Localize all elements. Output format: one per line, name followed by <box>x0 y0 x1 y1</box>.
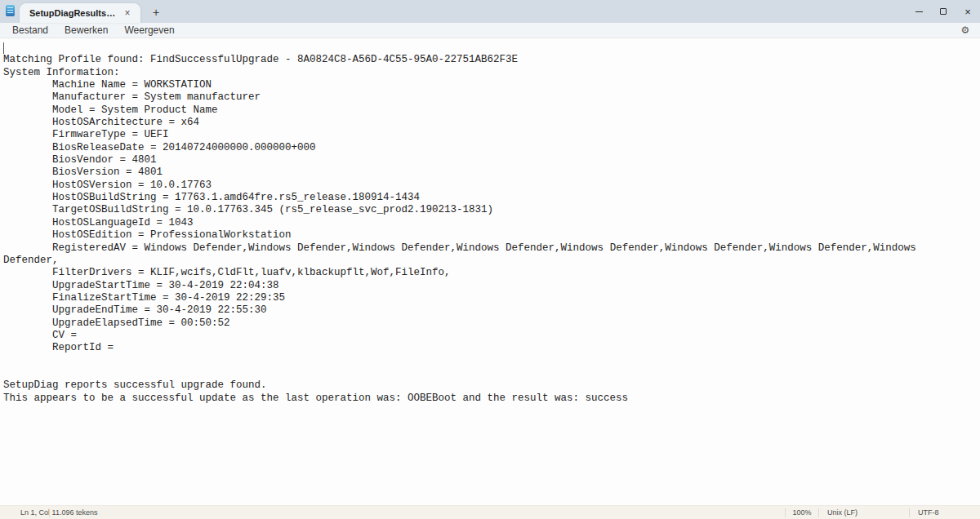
menu-view[interactable]: Weergeven <box>116 24 182 38</box>
menu-file[interactable]: Bestand <box>4 24 56 38</box>
line-ending-indicator[interactable]: Unix (LF) <box>819 506 909 519</box>
cursor-position: Ln 1, Col 1 <box>0 506 49 519</box>
app-icon-wrap <box>0 0 20 23</box>
encoding-indicator[interactable]: UTF-8 <box>910 506 980 519</box>
titlebar: SetupDiagResults.log × + × <box>0 0 980 23</box>
new-tab-button[interactable]: + <box>145 3 167 23</box>
zoom-level[interactable]: 100% <box>786 506 818 519</box>
char-count: 1.096 tekens <box>50 506 140 519</box>
menubar: Bestand Bewerken Weergeven ⚙ <box>0 23 980 38</box>
settings-gear-icon[interactable]: ⚙ <box>958 24 973 36</box>
maximize-button[interactable] <box>931 0 956 23</box>
tab-close-icon[interactable]: × <box>121 7 134 20</box>
text-editor-area[interactable]: Matching Profile found: FindSuccessfulUp… <box>0 38 980 505</box>
close-icon: × <box>964 6 971 18</box>
window-controls: × <box>906 0 980 23</box>
tab-title: SetupDiagResults.log <box>29 8 116 18</box>
statusbar: Ln 1, Col 1 1.096 tekens 100% Unix (LF) … <box>0 505 980 519</box>
minimize-icon <box>915 11 923 12</box>
notepad-app-icon <box>6 5 15 16</box>
notepad-window: SetupDiagResults.log × + × Bestand Bewer… <box>0 0 980 519</box>
minimize-button[interactable] <box>906 0 931 23</box>
tab-setupdiagresults[interactable]: SetupDiagResults.log × <box>20 3 140 23</box>
close-button[interactable]: × <box>956 0 980 23</box>
menu-edit[interactable]: Bewerken <box>56 24 116 38</box>
editor-text[interactable]: Matching Profile found: FindSuccessfulUp… <box>0 38 980 405</box>
maximize-icon <box>940 8 947 15</box>
text-caret <box>3 42 4 54</box>
